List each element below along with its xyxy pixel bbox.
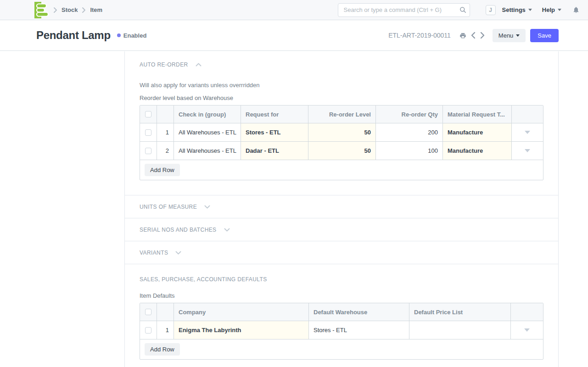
cell-check-in-group[interactable]: All Warehouses - ETL xyxy=(174,123,241,141)
select-all-checkbox[interactable] xyxy=(145,309,151,315)
status-dot-icon xyxy=(117,33,121,37)
caret-down-icon xyxy=(525,131,530,134)
cell-company[interactable]: Enigma The Labyrinth xyxy=(174,321,309,339)
chevron-right-icon xyxy=(53,7,57,13)
cell-request-for[interactable]: Dadar - ETL xyxy=(241,142,308,160)
chevron-down-icon xyxy=(224,228,230,232)
cell-default-warehouse[interactable]: Stores - ETL xyxy=(309,321,409,339)
section-title: SERIAL NOS AND BATCHES xyxy=(140,227,217,233)
section-auto-re-order-header[interactable]: AUTO RE-ORDER xyxy=(140,61,543,68)
form-body: AUTO RE-ORDER Will also apply for varian… xyxy=(124,51,559,367)
table-row: 2 All Warehouses - ETL Dadar - ETL 50 10… xyxy=(140,142,543,160)
cell-check-in-group[interactable]: All Warehouses - ETL xyxy=(174,142,241,160)
cell-request-for[interactable]: Stores - ETL xyxy=(241,123,308,141)
add-row-button[interactable]: Add Row xyxy=(145,343,180,356)
menu-button[interactable]: Menu xyxy=(493,29,526,42)
col-reorder-qty: Re-order Qty xyxy=(376,106,443,123)
row-expand-dropdown[interactable] xyxy=(511,321,543,339)
status-indicator: Enabled xyxy=(117,32,147,39)
next-doc-chevron-right-icon[interactable] xyxy=(480,32,485,39)
chevron-down-icon xyxy=(516,34,520,37)
row-checkbox[interactable] xyxy=(145,327,151,334)
reorder-table-header-row: Check in (group) Request for Re-order Le… xyxy=(140,106,543,123)
section-serial-nos-and-batches[interactable]: SERIAL NOS AND BATCHES xyxy=(125,218,558,241)
section-sales-purchase-accounting-defaults: SALES, PURCHASE, ACCOUNTING DEFAULTS Ite… xyxy=(125,264,558,367)
col-material-request-type: Material Request T... xyxy=(443,106,512,123)
col-default-warehouse: Default Warehouse xyxy=(309,303,409,321)
chevron-up-icon xyxy=(196,63,202,67)
breadcrumb-item[interactable]: Item xyxy=(90,6,102,13)
section-description: Will also apply for variants unless over… xyxy=(140,82,543,89)
col-check-in-group: Check in (group) xyxy=(174,106,241,123)
row-index: 2 xyxy=(157,142,174,160)
cell-reorder-level[interactable]: 50 xyxy=(308,142,376,160)
select-all-checkbox[interactable] xyxy=(145,111,151,117)
breadcrumb-stock[interactable]: Stock xyxy=(62,6,78,13)
item-defaults-header-row: Company Default Warehouse Default Price … xyxy=(140,303,543,321)
section-title: UNITS OF MEASURE xyxy=(140,204,197,210)
row-index-header xyxy=(157,303,174,321)
section-title: VARIANTS xyxy=(140,250,168,256)
section-title: SALES, PURCHASE, ACCOUNTING DEFAULTS xyxy=(140,276,267,283)
col-default-price-list: Default Price List xyxy=(409,303,511,321)
add-row-button[interactable]: Add Row xyxy=(145,164,180,176)
settings-menu[interactable]: Settings xyxy=(502,6,532,13)
bell-icon[interactable] xyxy=(572,6,580,14)
row-checkbox[interactable] xyxy=(145,129,151,136)
caret-down-icon xyxy=(525,149,530,152)
avatar[interactable]: J xyxy=(486,5,496,15)
page-title: Pendant Lamp xyxy=(36,29,111,42)
row-expand-dropdown[interactable] xyxy=(512,123,543,141)
printer-icon[interactable] xyxy=(459,32,466,39)
navbar: Stock Item J Settings Help xyxy=(0,0,588,20)
help-label: Help xyxy=(542,6,555,13)
cell-material-request-type[interactable]: Manufacture xyxy=(443,142,512,160)
cell-default-price-list[interactable] xyxy=(409,321,511,339)
section-variants[interactable]: VARIANTS xyxy=(125,241,558,264)
cell-reorder-qty[interactable]: 200 xyxy=(376,123,443,141)
table-footer: Add Row xyxy=(140,339,543,359)
col-company: Company xyxy=(174,303,309,321)
global-search xyxy=(338,3,470,17)
cell-reorder-qty[interactable]: 100 xyxy=(376,142,443,160)
page-header: Pendant Lamp Enabled ETL-ART-2019-00011 … xyxy=(0,20,588,51)
reorder-table: Check in (group) Request for Re-order Le… xyxy=(140,105,543,180)
row-checkbox[interactable] xyxy=(145,148,151,154)
section-auto-re-order: AUTO RE-ORDER Will also apply for varian… xyxy=(125,51,558,195)
section-title: AUTO RE-ORDER xyxy=(140,61,188,68)
row-expand-dropdown[interactable] xyxy=(512,142,543,160)
row-index: 1 xyxy=(157,123,174,141)
app-logo-icon[interactable] xyxy=(34,2,49,18)
caret-down-icon xyxy=(524,328,530,332)
status-badge: Enabled xyxy=(123,32,147,39)
cell-reorder-level[interactable]: 50 xyxy=(308,123,376,141)
row-index: 1 xyxy=(157,321,174,339)
settings-label: Settings xyxy=(502,6,526,13)
search-icon[interactable] xyxy=(459,6,466,15)
item-defaults-label: Item Defaults xyxy=(140,292,543,299)
table-footer: Add Row xyxy=(140,160,543,180)
section-sales-defaults-header[interactable]: SALES, PURCHASE, ACCOUNTING DEFAULTS xyxy=(140,276,543,283)
reorder-table-label: Reorder level based on Warehouse xyxy=(140,95,543,101)
table-row: 1 All Warehouses - ETL Stores - ETL 50 2… xyxy=(140,123,543,142)
cell-material-request-type[interactable]: Manufacture xyxy=(443,123,512,141)
chevron-down-icon xyxy=(175,251,181,255)
document-id: ETL-ART-2019-00011 xyxy=(388,32,451,39)
search-input[interactable] xyxy=(338,3,470,17)
row-index-header xyxy=(157,106,174,123)
col-actions xyxy=(512,106,543,123)
save-button[interactable]: Save xyxy=(530,29,559,42)
chevron-down-icon xyxy=(558,9,561,11)
col-request-for: Request for xyxy=(241,106,308,123)
section-units-of-measure[interactable]: UNITS OF MEASURE xyxy=(125,195,558,218)
chevron-right-icon xyxy=(82,7,86,13)
col-reorder-level: Re-order Level xyxy=(308,106,376,123)
chevron-down-icon xyxy=(528,9,532,11)
help-menu[interactable]: Help xyxy=(542,6,561,13)
prev-doc-chevron-left-icon[interactable] xyxy=(471,32,476,39)
item-defaults-table: Company Default Warehouse Default Price … xyxy=(140,303,543,360)
chevron-down-icon xyxy=(204,205,210,209)
table-row: 1 Enigma The Labyrinth Stores - ETL xyxy=(140,321,543,339)
col-actions xyxy=(511,303,543,321)
